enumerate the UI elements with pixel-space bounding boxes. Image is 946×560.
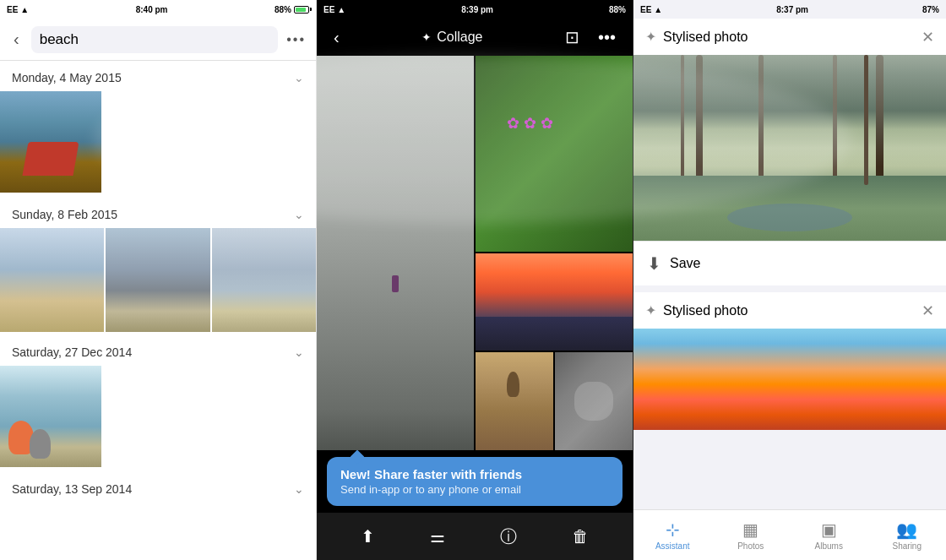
nav-tab-albums[interactable]: ▣ Albums xyxy=(790,519,868,551)
battery-p2: 88% xyxy=(609,5,626,14)
tooltip-title: New! Share faster with friends xyxy=(340,467,609,481)
header-right-buttons: ⊡ ••• xyxy=(558,24,623,51)
nav-tab-assistant[interactable]: ⊹ Assistant xyxy=(633,519,712,551)
tooltip-subtitle: Send in-app or to any phone or email xyxy=(340,483,609,496)
date-label-3: Saturday, 27 Dec 2014 xyxy=(12,345,132,359)
stylised-header-2: ✦ Stylised photo ✕ xyxy=(633,292,946,329)
stylised-title-2: Stylised photo xyxy=(663,303,748,318)
stylised-header-1: ✦ Stylised photo ✕ xyxy=(633,19,946,55)
collage-photo-hands[interactable] xyxy=(555,352,633,450)
albums-icon: ▣ xyxy=(821,519,837,540)
stylised-card-2: ✦ Stylised photo ✕ xyxy=(633,292,946,430)
sparkle-icon-1: ✦ xyxy=(645,29,656,45)
cast-button[interactable]: ⊡ xyxy=(558,24,586,51)
share-tooltip: New! Share faster with friends Send in-a… xyxy=(327,457,623,506)
close-button-1[interactable]: ✕ xyxy=(922,30,934,45)
status-bar-p3: EE ▲ 8:37 pm 87% xyxy=(633,0,946,19)
save-label: Save xyxy=(670,256,700,271)
back-button-p2[interactable]: ‹ xyxy=(327,24,346,51)
collage-title-group: ✦ Collage xyxy=(421,30,482,45)
albums-label: Albums xyxy=(815,541,843,551)
stylised-photo-2[interactable] xyxy=(633,329,946,430)
photos-icon: ▦ xyxy=(742,519,758,540)
date-label-2: Sunday, 8 Feb 2015 xyxy=(12,208,117,221)
stylised-title-1: Stylised photo xyxy=(663,30,748,45)
carrier-p3: EE xyxy=(640,5,651,14)
date-section-3: Saturday, 27 Dec 2014 ⌄ xyxy=(0,335,316,366)
sharing-icon: 👥 xyxy=(896,519,917,540)
search-field[interactable]: beach xyxy=(31,26,279,53)
photo-group-3 xyxy=(0,366,316,472)
carrier-p1: EE xyxy=(7,5,18,14)
battery-p3: 87% xyxy=(922,5,939,14)
more-button[interactable]: ••• xyxy=(286,32,306,47)
wifi-icon-p2: ▲ xyxy=(337,5,345,14)
battery-icon-p1 xyxy=(294,6,309,14)
photo-thumb-fog-1[interactable] xyxy=(0,228,104,332)
date-label-4: Saturday, 13 Sep 2014 xyxy=(12,482,132,496)
share-icon[interactable]: ⬆ xyxy=(356,521,380,552)
battery-fill-p1 xyxy=(296,8,306,12)
carrier-p2: EE xyxy=(323,5,334,14)
more-button-p2[interactable]: ••• xyxy=(591,24,623,51)
status-bar-p2: EE ▲ 8:39 pm 88% xyxy=(317,0,633,19)
time-p1: 8:40 pm xyxy=(136,5,168,14)
sliders-icon[interactable]: ⚌ xyxy=(425,521,450,552)
photo-thumb-kids[interactable] xyxy=(0,366,101,467)
search-query: beach xyxy=(40,31,79,47)
info-icon[interactable]: ⓘ xyxy=(495,520,522,553)
collage-right-bottom xyxy=(476,253,633,451)
save-icon: ⬇ xyxy=(647,253,661,274)
sparkle-icon: ✦ xyxy=(421,30,432,44)
collage-photo-climber[interactable] xyxy=(476,352,553,450)
sparkle-icon-2: ✦ xyxy=(645,302,656,318)
photo-group-2 xyxy=(0,228,316,335)
date-label-1: Monday, 4 May 2015 xyxy=(12,71,122,84)
battery-p1: 88% xyxy=(275,5,291,14)
bottom-toolbar-p2: ⬆ ⚌ ⓘ 🗑 xyxy=(317,513,633,560)
collage-title: Collage xyxy=(437,30,482,45)
collage-header: ‹ ✦ Collage ⊡ ••• xyxy=(317,19,633,56)
sharing-label: Sharing xyxy=(893,541,922,551)
date-section-4: Saturday, 13 Sep 2014 ⌄ xyxy=(0,472,316,503)
wifi-icon-p3: ▲ xyxy=(654,5,662,14)
close-button-2[interactable]: ✕ xyxy=(922,303,934,318)
assistant-panel: EE ▲ 8:37 pm 87% ✦ Stylised photo ✕ xyxy=(633,0,946,560)
back-button[interactable]: ‹ xyxy=(10,26,23,52)
photo-thumb-fog-2[interactable] xyxy=(106,228,209,332)
chevron-section-4[interactable]: ⌄ xyxy=(294,482,304,496)
search-bar: ‹ beach ••• xyxy=(0,19,316,61)
bottom-nav: ⊹ Assistant ▦ Photos ▣ Albums 👥 Sharing xyxy=(633,509,946,560)
collage-photo-sunset[interactable] xyxy=(476,253,633,351)
wifi-icon-p1: ▲ xyxy=(20,5,29,14)
trash-icon[interactable]: 🗑 xyxy=(567,522,594,552)
time-p3: 8:37 pm xyxy=(776,5,808,14)
assistant-icon: ⊹ xyxy=(666,519,680,540)
nav-tab-sharing[interactable]: 👥 Sharing xyxy=(868,519,947,551)
photos-label: Photos xyxy=(737,541,764,551)
collage-bottom-row xyxy=(476,352,633,450)
sunset-image xyxy=(633,329,946,430)
divider xyxy=(633,285,946,292)
assistant-label: Assistant xyxy=(655,541,690,551)
photo-thumb-boat[interactable] xyxy=(0,91,101,193)
photo-thumb-fog-3[interactable] xyxy=(212,228,316,332)
save-bar[interactable]: ⬇ Save xyxy=(633,241,946,285)
nav-tab-photos[interactable]: ▦ Photos xyxy=(712,519,791,551)
chevron-section-3[interactable]: ⌄ xyxy=(294,345,304,359)
status-bar-p1: EE ▲ 8:40 pm 88% xyxy=(0,0,316,19)
time-p2: 8:39 pm xyxy=(461,5,493,14)
